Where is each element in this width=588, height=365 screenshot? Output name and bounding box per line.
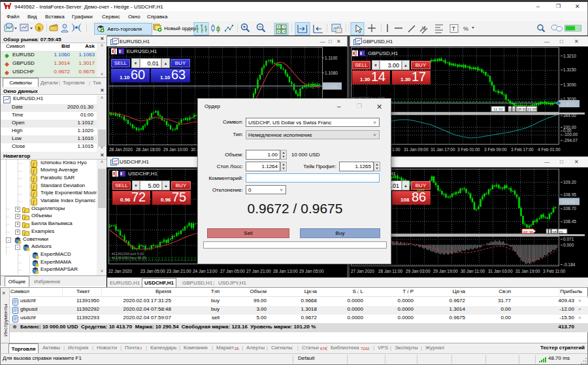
svg-text:21:00: 21:00 [527,107,538,111]
svg-text:4 Feb 01:00: 4 Feb 01:00 [538,147,561,152]
svg-text:29 Jan 10:00: 29 Jan 10:00 [163,147,188,152]
svg-text:T: T [452,26,456,32]
svg-text:27 Jan 05:00: 27 Jan 05:00 [220,269,245,273]
svg-text:28 Jan 2020: 28 Jan 2020 [109,147,133,152]
svg-text:-294.07: -294.07 [563,138,578,143]
svg-text:02:30: 02:30 [523,230,534,234]
svg-text:3 Feb 17:00: 3 Feb 17:00 [511,147,534,152]
svg-text:1.3210: 1.3210 [563,54,576,58]
svg-text:18: 18 [552,230,557,234]
svg-text:1.3090: 1.3090 [563,82,576,87]
svg-text:28 Jan 18:00: 28 Jan 18:00 [136,147,161,152]
svg-text:27 Jan 21:00: 27 Jan 21:00 [246,269,271,273]
svg-text:22 Jan 2020: 22 Jan 2020 [108,269,132,273]
svg-text:31 Jan 19:00: 31 Jan 19:00 [515,269,540,273]
svg-text:1.3150: 1.3150 [563,67,576,72]
svg-text:28 Jan 11:00: 28 Jan 11:00 [378,269,402,273]
svg-text:1.1080: 1.1080 [325,71,338,75]
svg-text:108.70: 108.70 [563,206,576,211]
svg-text:30 Jan 11:00: 30 Jan 11:00 [461,269,485,273]
svg-text:3 Feb 11:00: 3 Feb 11:00 [543,269,566,273]
svg-text:23 Jan 05:00: 23 Jan 05:00 [140,269,165,273]
svg-text:3 Feb 01:00: 3 Feb 01:00 [457,147,480,152]
svg-text:0.000: 0.000 [563,243,574,247]
svg-text:31 Jan 03:00: 31 Jan 03:00 [488,269,513,273]
svg-text:1.1100: 1.1100 [325,56,338,60]
svg-text:29 Jan 03:00: 29 Jan 03:00 [406,269,431,273]
svg-text:31 Jan 17:00: 31 Jan 17:00 [431,147,455,152]
svg-text:-0.184: -0.184 [563,262,576,267]
svg-text:0.071: 0.071 [563,237,574,241]
svg-text:23 Jan 21:00: 23 Jan 21:00 [167,269,191,273]
svg-text:31 Jan 09:00: 31 Jan 09:00 [404,147,429,152]
svg-text:3 Feb 09:00: 3 Feb 09:00 [484,147,507,152]
svg-text:11:30: 11:30 [493,107,503,111]
svg-text:-100.00: -100.00 [563,132,578,137]
svg-text:27 Jan 2020: 27 Jan 2020 [351,269,374,273]
svg-text:344.00: 344.00 [563,113,576,118]
svg-text:29 Jan 05:00: 29 Jan 05:00 [299,269,324,273]
svg-text:%: % [463,26,468,32]
svg-text:108.83: 108.83 [562,200,575,204]
svg-text:1:00: 1:00 [392,147,400,152]
svg-text:108.45: 108.45 [563,219,576,224]
svg-text:24 Jan 13:00: 24 Jan 13:00 [193,269,218,273]
svg-text:1.3014: 1.3014 [562,102,575,107]
svg-text:28 Jan 13:00: 28 Jan 13:00 [273,269,298,273]
svg-text:1.1060: 1.1060 [325,84,338,89]
svg-text:21:: 21: [559,230,564,234]
svg-text:108.95: 108.95 [563,192,576,197]
svg-text:109.20: 109.20 [563,180,576,184]
svg-text:≠: ≠ [423,26,426,31]
svg-text:18:30: 18:30 [517,107,527,111]
svg-text:29 Jan 19:00: 29 Jan 19:00 [433,269,458,273]
svg-text:#11391950 buy 99.00: #11391950 buy 99.00 [112,256,146,260]
